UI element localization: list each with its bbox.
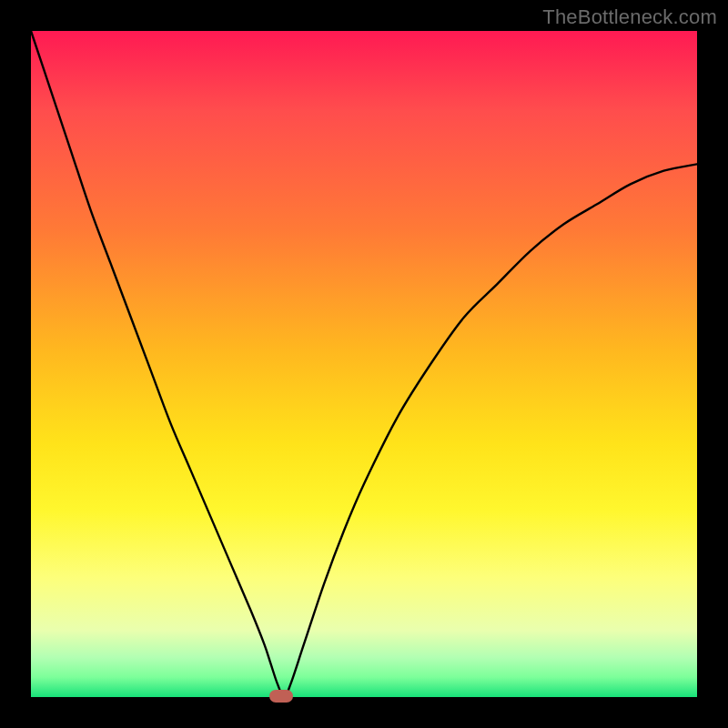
plot-area — [31, 31, 697, 697]
watermark-text: TheBottleneck.com — [542, 5, 717, 29]
outer-frame: TheBottleneck.com — [0, 0, 728, 728]
optimum-marker — [269, 690, 293, 703]
bottleneck-curve — [31, 31, 697, 697]
curve-path — [31, 31, 697, 697]
